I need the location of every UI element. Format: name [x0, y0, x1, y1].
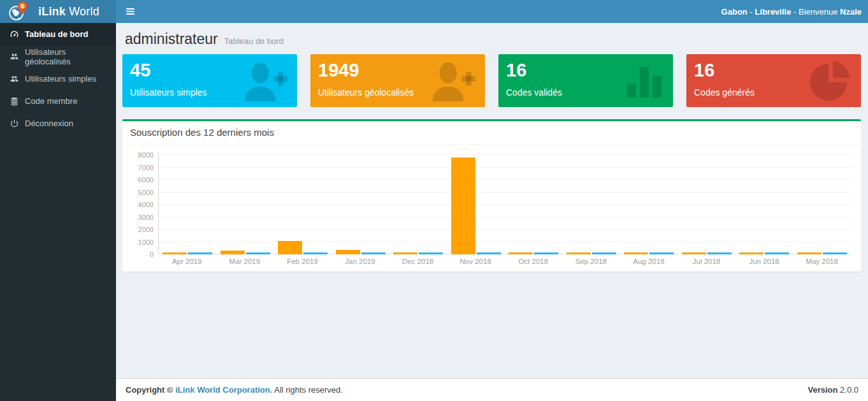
sidebar-toggle-button[interactable] — [116, 0, 144, 23]
bar-chart: 010002000300040005000600070008000 Apr 20… — [158, 152, 851, 265]
rights-text: All rights reserved. — [272, 385, 343, 395]
bar-group — [332, 152, 390, 254]
greeting-username: Nzale — [840, 7, 862, 17]
x-axis-tick-label: Jun 2018 — [735, 258, 793, 265]
bar-group — [505, 152, 563, 254]
x-axis-tick-label: May 2018 — [793, 258, 851, 265]
sidebar-item-label: Déconnexion — [25, 119, 73, 128]
x-axis-tick-label: Nov 2018 — [447, 258, 505, 265]
greeting-city: Libreville — [755, 7, 791, 17]
sidebar-item-label: Tableau de bord — [25, 29, 88, 39]
bar-chart-icon — [623, 59, 665, 100]
pie-chart-icon — [809, 59, 853, 103]
x-axis-tick-label: Jan 2019 — [331, 258, 389, 265]
series-blue-bar — [765, 252, 789, 254]
sidebar-item-label: Code membre — [25, 96, 77, 106]
x-axis-tick-label: Mar 2019 — [216, 258, 274, 265]
series-blue-bar — [188, 252, 212, 254]
x-axis-tick-label: Sep 2018 — [562, 258, 620, 265]
y-axis-tick-label: 7000 — [129, 164, 154, 171]
series-orange-bar — [624, 252, 648, 254]
bar-group — [217, 152, 275, 254]
bar-group — [159, 152, 217, 254]
version-value: 2.0.0 — [837, 385, 858, 395]
users-icon — [9, 52, 19, 62]
series-blue-bar — [534, 252, 558, 254]
content-header: administrateur Tableau de bord — [116, 23, 868, 53]
series-orange-bar — [451, 157, 475, 254]
series-blue-bar — [707, 252, 732, 254]
breadcrumb: Tableau de bord — [224, 36, 284, 46]
database-icon — [9, 96, 19, 106]
greeting-country: Gabon — [721, 7, 748, 17]
y-axis-tick-label: 5000 — [129, 189, 154, 196]
y-axis-tick-label: 2000 — [129, 226, 154, 233]
chart-box-body: 010002000300040005000600070008000 Apr 20… — [122, 145, 861, 272]
sidebar-item-code-membre[interactable]: Code membre — [0, 90, 116, 112]
y-axis-tick-label: 3000 — [129, 214, 154, 221]
brand-logo[interactable]: $ iLink World — [0, 0, 116, 23]
stat-card-codes-valides: 16 Codes validés — [498, 54, 673, 107]
series-blue-bar — [592, 252, 616, 254]
bar-group — [447, 152, 505, 254]
user-plus-icon — [428, 59, 477, 103]
y-axis-tick-label: 8000 — [129, 151, 154, 159]
series-blue-bar — [419, 252, 443, 254]
x-axis-tick-label: Feb 2019 — [273, 258, 331, 265]
series-orange-bar — [797, 252, 821, 254]
sidebar-item-utilisateurs-geolocalises[interactable]: Utilisateurs géolocalisés — [0, 45, 116, 68]
x-axis-tick-label: Apr 2019 — [158, 258, 216, 265]
greeting-welcome: Bienvenue — [799, 7, 840, 17]
series-orange-bar — [278, 241, 302, 254]
series-blue-bar — [823, 252, 847, 254]
footer: Copyright © iLink World Corporation. All… — [116, 378, 868, 401]
dashboard-icon — [9, 29, 19, 40]
series-orange-bar — [509, 252, 533, 254]
bar-group — [735, 152, 793, 254]
x-axis-tick-label: Dec 2018 — [389, 258, 447, 265]
brand-rest: World — [66, 5, 99, 18]
y-axis-tick-label: 6000 — [129, 176, 154, 184]
series-orange-bar — [393, 252, 417, 254]
sidebar-item-utilisateurs-simples[interactable]: Utilisateurs simples — [0, 68, 116, 90]
navbar-bar: Gabon - Libreville - Bienvenue Nzale — [116, 0, 868, 23]
top-navbar: $ iLink World Gabon - Libreville - Bienv… — [0, 0, 868, 23]
sidebar-item-deconnexion[interactable]: Déconnexion — [0, 112, 116, 135]
greeting-sep: - — [748, 7, 755, 17]
x-axis-tick-label: Jul 2018 — [677, 258, 735, 265]
greeting-sep: - — [791, 7, 799, 17]
series-blue-bar — [303, 252, 328, 254]
footer-copyright: Copyright © iLink World Corporation. All… — [126, 385, 343, 395]
stat-card-codes-generes: 16 Codes générés — [686, 54, 861, 107]
bar-group — [389, 152, 447, 254]
y-axis-tick-label: 4000 — [129, 201, 154, 208]
x-axis-tick-label: Aug 2018 — [620, 258, 678, 265]
x-axis-tick-label: Oct 2018 — [504, 258, 562, 265]
chart-box-header: Souscription des 12 derniers mois — [122, 121, 861, 145]
chart-x-axis-labels: Apr 2019Mar 2019Feb 2019Jan 2019Dec 2018… — [158, 258, 851, 265]
y-axis-tick-label: 0 — [129, 251, 154, 258]
chart-plot: 010002000300040005000600070008000 — [158, 152, 851, 254]
y-axis-tick-label: 1000 — [129, 238, 154, 246]
series-blue-bar — [649, 252, 674, 254]
series-orange-bar — [567, 252, 591, 254]
user-greeting: Gabon - Libreville - Bienvenue Nzale — [721, 7, 868, 17]
sidebar-item-tableau-de-bord[interactable]: Tableau de bord — [0, 23, 116, 45]
svg-text:$: $ — [21, 4, 24, 9]
stat-card-utilisateurs-simples: 45 Utilisateurs simples — [122, 54, 297, 107]
app-window: $ iLink World Gabon - Libreville - Bienv… — [0, 0, 868, 401]
sidebar: Tableau de bord Utilisateurs géolocalisé… — [0, 23, 116, 401]
series-orange-bar — [163, 252, 187, 254]
series-orange-bar — [221, 251, 245, 254]
bar-group — [793, 152, 851, 254]
series-blue-bar — [477, 252, 501, 254]
series-blue-bar — [361, 252, 386, 254]
stat-card-utilisateurs-geolocalises: 1949 Utilisateurs géolocalisés — [310, 54, 485, 107]
series-orange-bar — [739, 252, 763, 254]
brand-name: iLink World — [38, 5, 99, 18]
stat-cards-row: 45 Utilisateurs simples 1949 Utilisateur… — [122, 54, 861, 107]
bar-group — [563, 152, 621, 254]
series-orange-bar — [682, 252, 706, 254]
company-link[interactable]: iLink World Corporation. — [175, 385, 272, 395]
user-plus-icon — [240, 59, 289, 103]
